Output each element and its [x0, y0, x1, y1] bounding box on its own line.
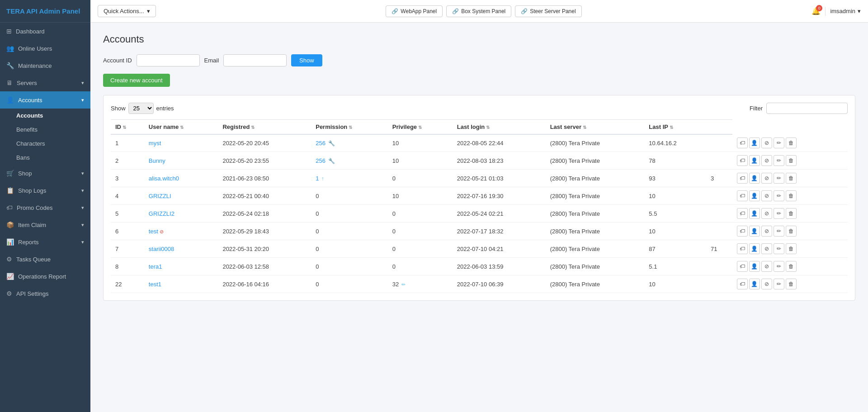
sidebar-item-online-users[interactable]: 👥 Online Users [0, 40, 90, 57]
steer-server-panel-button[interactable]: 🔗 Steer Server Panel [515, 5, 581, 17]
sidebar-item-dashboard[interactable]: ⊞ Dashboard [0, 23, 90, 40]
user-button-2[interactable]: 👤 [749, 173, 760, 184]
delete-button-3[interactable]: 🗑 [786, 190, 797, 201]
user-menu-button[interactable]: imsadmin ▾ [830, 8, 861, 14]
sidebar-item-tasks-queue[interactable]: ⚙ Tasks Queue [0, 251, 90, 268]
cell-username-0[interactable]: myst [144, 134, 218, 152]
sidebar-item-shop[interactable]: 🛒 Shop ▾ [0, 165, 90, 182]
user-button-5[interactable]: 👤 [749, 226, 760, 237]
sidebar-item-api-settings[interactable]: ⚙ API Settings [0, 285, 90, 302]
cell-username-5[interactable]: test ⊘ [144, 223, 218, 240]
ban-button-3[interactable]: ⊘ [761, 190, 772, 201]
user-button-8[interactable]: 👤 [749, 279, 760, 289]
col-header-permission[interactable]: Permission⇅ [311, 120, 388, 135]
tag-button-4[interactable]: 🏷 [737, 208, 748, 219]
tag-button-0[interactable]: 🏷 [737, 137, 748, 148]
username-link-8[interactable]: test1 [149, 281, 161, 288]
entries-select[interactable]: 25 10 50 100 [128, 103, 154, 114]
username-link-6[interactable]: starii0008 [149, 246, 174, 252]
edit-button-2[interactable]: ✏ [774, 173, 784, 184]
username-link-7[interactable]: tera1 [149, 263, 162, 270]
delete-button-4[interactable]: 🗑 [786, 208, 797, 219]
sidebar-item-benefits-sub[interactable]: Benefits [0, 123, 90, 137]
delete-button-2[interactable]: 🗑 [786, 173, 797, 184]
webapp-panel-button[interactable]: 🔗 WebApp Panel [386, 5, 443, 17]
col-header-registered[interactable]: Registred⇅ [218, 120, 311, 135]
col-header-privilege[interactable]: Privilege⇅ [388, 120, 453, 135]
cell-username-1[interactable]: Bunny [144, 152, 218, 170]
edit-button-3[interactable]: ✏ [774, 190, 784, 201]
permission-value-2[interactable]: 1 [316, 175, 319, 182]
tag-button-1[interactable]: 🏷 [737, 155, 748, 166]
cell-username-6[interactable]: starii0008 [144, 240, 218, 258]
tag-button-8[interactable]: 🏷 [737, 279, 748, 289]
username-link-5[interactable]: test [149, 228, 158, 235]
user-button-6[interactable]: 👤 [749, 243, 760, 254]
create-account-button[interactable]: Create new account [103, 74, 170, 87]
user-button-4[interactable]: 👤 [749, 208, 760, 219]
cell-username-8[interactable]: test1 [144, 275, 218, 293]
cell-username-7[interactable]: tera1 [144, 258, 218, 275]
edit-button-4[interactable]: ✏ [774, 208, 784, 219]
cell-username-2[interactable]: alisa.witch0 [144, 170, 218, 187]
sidebar-item-item-claim[interactable]: 📦 Item Claim ▾ [0, 216, 90, 233]
col-header-id[interactable]: ID⇅ [111, 120, 144, 135]
user-button-7[interactable]: 👤 [749, 261, 760, 272]
delete-button-1[interactable]: 🗑 [786, 155, 797, 166]
username-link-3[interactable]: GRIZZLI [149, 193, 171, 199]
edit-button-7[interactable]: ✏ [774, 261, 784, 272]
account-id-input[interactable] [137, 54, 200, 66]
sidebar-item-reports[interactable]: 📊 Reports ▾ [0, 233, 90, 251]
tag-button-3[interactable]: 🏷 [737, 190, 748, 201]
ban-button-1[interactable]: ⊘ [761, 155, 772, 166]
delete-button-7[interactable]: 🗑 [786, 261, 797, 272]
col-header-last_server[interactable]: Last server⇅ [546, 120, 645, 135]
table-filter-input[interactable] [766, 103, 848, 114]
username-link-1[interactable]: Bunny [149, 157, 165, 164]
tag-button-5[interactable]: 🏷 [737, 226, 748, 237]
user-button-3[interactable]: 👤 [749, 190, 760, 201]
tag-button-7[interactable]: 🏷 [737, 261, 748, 272]
delete-button-8[interactable]: 🗑 [786, 279, 797, 289]
cell-username-4[interactable]: GRIZZLI2 [144, 205, 218, 223]
edit-button-6[interactable]: ✏ [774, 243, 784, 254]
delete-button-0[interactable]: 🗑 [786, 137, 797, 148]
user-button-1[interactable]: 👤 [749, 155, 760, 166]
sidebar-item-accounts-sub[interactable]: Accounts [0, 109, 90, 123]
sidebar-item-characters-sub[interactable]: Characters [0, 137, 90, 151]
ban-button-7[interactable]: ⊘ [761, 261, 772, 272]
tag-button-6[interactable]: 🏷 [737, 243, 748, 254]
edit-button-8[interactable]: ✏ [774, 279, 784, 289]
ban-button-6[interactable]: ⊘ [761, 243, 772, 254]
ban-button-2[interactable]: ⊘ [761, 173, 772, 184]
sidebar-item-servers[interactable]: 🖥 Servers ▾ [0, 74, 90, 91]
show-button[interactable]: Show [291, 54, 322, 66]
sidebar-item-maintenance[interactable]: 🔧 Maintenance [0, 57, 90, 74]
col-header-last_ip[interactable]: Last IP⇅ [644, 120, 706, 135]
edit-button-5[interactable]: ✏ [774, 226, 784, 237]
edit-button-1[interactable]: ✏ [774, 155, 784, 166]
sidebar-item-operations-report[interactable]: 📈 Operations Report [0, 268, 90, 285]
sidebar-item-promo-codes[interactable]: 🏷 Promo Codes ▾ [0, 199, 90, 216]
cell-username-3[interactable]: GRIZZLI [144, 187, 218, 205]
email-input[interactable] [223, 54, 287, 66]
ban-button-4[interactable]: ⊘ [761, 208, 772, 219]
tag-button-2[interactable]: 🏷 [737, 173, 748, 184]
username-link-2[interactable]: alisa.witch0 [149, 175, 179, 182]
username-link-0[interactable]: myst [149, 140, 161, 147]
edit-button-0[interactable]: ✏ [774, 137, 784, 148]
user-button-0[interactable]: 👤 [749, 137, 760, 148]
ban-button-0[interactable]: ⊘ [761, 137, 772, 148]
sidebar-item-shop-logs[interactable]: 📋 Shop Logs ▾ [0, 182, 90, 199]
box-system-panel-button[interactable]: 🔗 Box System Panel [446, 5, 511, 17]
permission-value-1[interactable]: 256 [316, 157, 326, 164]
delete-button-5[interactable]: 🗑 [786, 226, 797, 237]
sidebar-item-accounts[interactable]: 👤 Accounts ▾ [0, 91, 90, 109]
username-link-4[interactable]: GRIZZLI2 [149, 210, 175, 217]
ban-button-5[interactable]: ⊘ [761, 226, 772, 237]
delete-button-6[interactable]: 🗑 [786, 243, 797, 254]
quick-actions-button[interactable]: Quick Actions... ▾ [98, 5, 156, 17]
ban-button-8[interactable]: ⊘ [761, 279, 772, 289]
notifications-button[interactable]: 🔔 0 [811, 7, 821, 15]
sidebar-item-bans-sub[interactable]: Bans [0, 151, 90, 165]
